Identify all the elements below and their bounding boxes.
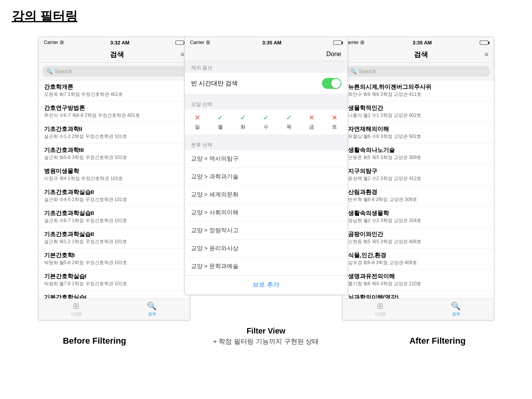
search-bar-left[interactable]: 🔍 Search: [42, 66, 186, 77]
search-bar-right[interactable]: 🔍 Search: [346, 66, 490, 77]
category-item[interactable]: 교양 > 사회의이해: [185, 204, 348, 222]
list-item[interactable]: 기본간호학실습I 박원희 화1-2 1학점 우정간호학관 101호: [39, 291, 190, 298]
day-sat-check: ✕: [332, 113, 338, 122]
phone-after: arrier 奈 3:35 AM 검색 ≡ 🔍 Search 뉴튼의시계,하이젠…: [342, 37, 494, 320]
day-fri[interactable]: ✕ 금: [309, 113, 315, 131]
add-button[interactable]: 브르 추가: [185, 275, 348, 295]
tab-timetable-right[interactable]: ⊞ 시간표: [343, 301, 418, 317]
list-item[interactable]: 기초간호과학II 설근희 수1-2 2학점 우정간호학관 101호: [39, 122, 190, 143]
search-icon-left: 🔍: [46, 69, 53, 74]
phone-before: Carrier 奈 3:32 AM 검색 ≡ 🔍 Search 간호학개론 오원…: [38, 37, 190, 320]
after-label: After Filtering: [362, 336, 514, 346]
category-list: 교양 > 역사의탐구 교양 > 과학과기술 교양 > 세계의문화 교양 > 사회…: [185, 150, 348, 275]
nav-bar-left: 검색 ≡: [39, 48, 190, 63]
day-wed-label: 수: [263, 124, 269, 131]
list-item[interactable]: 뇌과학의이해(영강) 곽지현 월2 수2 3학점 교양관 303호: [343, 291, 494, 298]
carrier-right: arrier 奈: [348, 39, 365, 46]
labels-row: Before Filtering Filter View + 학점 필터링 기능…: [12, 327, 520, 346]
category-item[interactable]: 교양 > 윤리와사상: [185, 240, 348, 258]
tab-label-timetable-right: 시간표: [375, 311, 386, 317]
phone-filter: Carrier 奈 3:35 AM Done 제외 옵션 빈 시간대만 검색 요…: [184, 37, 348, 295]
status-bar-left: Carrier 奈 3:32 AM: [39, 37, 190, 48]
empty-time-row: 빈 시간대만 검색: [185, 73, 348, 94]
search-container-right: 🔍 Search: [343, 63, 494, 80]
day-thu[interactable]: ✓ 목: [286, 113, 292, 131]
list-item[interactable]: 뉴튼의시계,하이젠버그의주사위 최만수 화6 목6 3학점 교양관 411호: [343, 80, 494, 101]
list-item[interactable]: 기초간호과학III 설근희 화5-6 3학점 우정간호학관 101호: [39, 143, 190, 164]
empty-time-toggle-row: 빈 시간대만 검색: [185, 73, 348, 94]
list-item[interactable]: 식물,인간,환경 심우경 화6-8 3학점 교양관 409호: [343, 249, 494, 270]
day-selector: ✕ 일 ✓ 월 ✓ 화 ✓ 수 ✓ 목: [185, 109, 348, 134]
list-item[interactable]: 생활속의생물학 정남현 월2 수2 3학점 교양관 204호: [343, 207, 494, 228]
search-tab-icon-right: 🔍: [451, 301, 461, 311]
carrier-left: Carrier 奈: [44, 39, 64, 46]
day-mon-check: ✓: [217, 113, 223, 122]
category-item[interactable]: 교양 > 정량적사고: [185, 222, 348, 240]
subtitle: + 학점 필터링 기능까지 구현된 상태: [184, 337, 348, 346]
list-item[interactable]: 간호연구방법론 추진아 수6-7 목6-8 2학점 우정간호학관 401호: [39, 101, 190, 122]
nav-bar-right: 검색 ≡: [343, 48, 494, 63]
day-tue[interactable]: ✓ 화: [240, 113, 246, 131]
category-item[interactable]: 교양 > 역사의탐구: [185, 150, 348, 168]
search-placeholder-left: Search: [55, 68, 72, 74]
empty-time-toggle[interactable]: [322, 78, 341, 89]
battery-left: [175, 41, 184, 45]
nav-title-left: 검색: [53, 50, 181, 59]
list-item[interactable]: 병원미생물학 이창규 목4 1학점 우정간호학관 101호: [39, 164, 190, 185]
day-sat[interactable]: ✕ 토: [332, 113, 338, 131]
filter-label: Filter View: [184, 327, 348, 335]
list-item[interactable]: 자연재해의이해 유철상 월6 수6 3학점 교양관 602호: [343, 122, 494, 143]
battery-middle: [333, 41, 342, 45]
list-item[interactable]: 기초간호과학실습II 설근희 수6-7 1학점 우정간호학관 101호: [39, 207, 190, 228]
category-item[interactable]: 교양 > 과학과기술: [185, 168, 348, 186]
list-item[interactable]: 생명과유전의이해 홍기창 화6 목6 3학점 교양관 210호: [343, 270, 494, 291]
filter-icon-right[interactable]: ≡: [484, 51, 488, 58]
list-item[interactable]: 생물학적인간 나흥식 월1 수1 3학점 교양관 602호: [343, 101, 494, 122]
tab-label-search-left: 검색: [148, 311, 156, 317]
filter-icon-left[interactable]: ≡: [180, 51, 184, 58]
search-icon-right: 🔍: [350, 69, 357, 74]
category-item[interactable]: 교양 > 문학과예술: [185, 258, 348, 275]
before-label: Before Filtering: [19, 336, 171, 346]
course-list-left: 간호학개론 오원옥 화7 1학점 우정간호학관 401호 간호연구방법론 추진아…: [39, 80, 190, 298]
tab-search-left[interactable]: 🔍 검색: [114, 301, 190, 317]
search-placeholder-right: Search: [359, 68, 376, 74]
list-item[interactable]: 기본간호학실습I 박원희 월7-8 1학점 우정간호학관 101호: [39, 270, 190, 291]
exclusion-label: 제외 옵션: [185, 61, 348, 73]
day-wed[interactable]: ✓ 수: [263, 113, 269, 131]
battery-right: [480, 41, 488, 45]
time-middle: 3:35 AM: [262, 40, 281, 46]
day-tue-check: ✓: [240, 113, 246, 122]
done-bar: Done: [185, 48, 348, 61]
done-button[interactable]: Done: [326, 51, 341, 58]
tab-search-right[interactable]: 🔍 검색: [418, 301, 494, 317]
list-item[interactable]: 생활속의나노기술 안동준 화5 목5 3학점 교양관 309호: [343, 143, 494, 164]
list-item[interactable]: 지구의탐구 윤성택 월2 수2 3학점 교양관 412호: [343, 164, 494, 185]
status-bar-right: arrier 奈 3:35 AM: [343, 37, 494, 48]
list-item[interactable]: 기본간호학I 박원희 월5-6 2학점 우정간호학관 101호: [39, 249, 190, 270]
category-label: 분류 선택: [185, 138, 348, 150]
day-tue-label: 화: [240, 124, 246, 131]
status-bar-middle: Carrier 奈 3:35 AM: [185, 37, 348, 48]
course-list-right: 뉴튼의시계,하이젠버그의주사위 최만수 화6 목6 3학점 교양관 411호 생…: [343, 80, 494, 298]
tab-timetable-left[interactable]: ⊞ 시간표: [39, 301, 114, 317]
empty-time-label: 빈 시간대만 검색: [191, 79, 238, 88]
category-item[interactable]: 교양 > 세계의문화: [185, 186, 348, 204]
day-sun-label: 일: [195, 124, 200, 131]
timetable-icon-right: ⊞: [377, 301, 384, 311]
list-item[interactable]: 곰팡이와인간 신현동 화5 목5 3학점 교양관 406호: [343, 228, 494, 249]
filter-content: 제외 옵션 빈 시간대만 검색 요일 선택 ✕ 일 ✓ 월 ✓: [185, 61, 348, 295]
day-sun[interactable]: ✕ 일: [194, 113, 200, 131]
day-mon[interactable]: ✓ 월: [217, 113, 223, 131]
list-item[interactable]: 기초간호과학실습II 설근희 목1-2 1학점 우정간호학관 101호: [39, 228, 190, 249]
day-fri-label: 금: [309, 124, 314, 131]
list-item[interactable]: 기초간호과학실습II 설근희 수4-5 1학점 우정간호학관 101호: [39, 185, 190, 207]
search-container-left: 🔍 Search: [39, 63, 190, 80]
list-item[interactable]: 간호학개론 오원옥 화7 1학점 우정간호학관 401호: [39, 80, 190, 101]
day-thu-label: 목: [286, 124, 292, 131]
nav-title-right: 검색: [357, 50, 485, 59]
day-mon-label: 월: [218, 124, 223, 131]
carrier-middle: Carrier 奈: [190, 39, 210, 46]
time-left: 3:32 AM: [110, 40, 129, 46]
list-item[interactable]: 산림과환경 번우혁 월6-8 3학점 교양관 309호: [343, 185, 494, 207]
